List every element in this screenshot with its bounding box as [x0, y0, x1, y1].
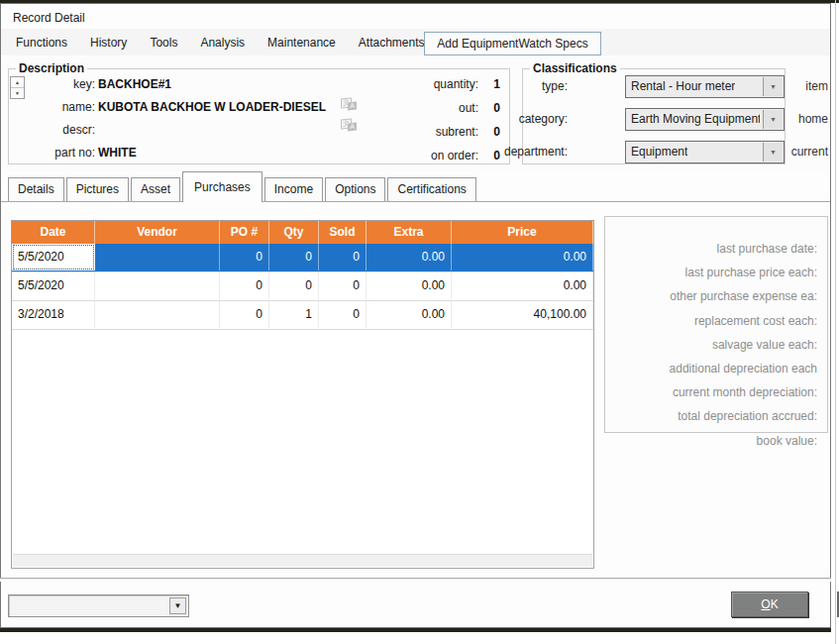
tab-purchases[interactable]: Purchases — [182, 171, 262, 202]
table-cell: 40,100.00 — [452, 301, 593, 328]
column-header-vendor[interactable]: Vendor — [95, 221, 220, 244]
window-title: Record Detail — [13, 11, 85, 25]
summary-label-salvage-value-each: salvage value each: — [605, 333, 827, 357]
dropdown-label: category: — [449, 112, 568, 126]
classifications-legend: Classifications — [530, 61, 620, 75]
tab-income[interactable]: Income — [264, 177, 323, 201]
summary-label-current-month-depreciation: current month depreciation: — [605, 380, 827, 404]
edge-label-item: item — [805, 79, 828, 93]
desktop-background-bottom — [0, 628, 831, 632]
screen: Record Detail FunctionsHistoryToolsAnaly… — [0, 0, 839, 644]
column-header-price[interactable]: Price — [452, 221, 593, 244]
tab-asset[interactable]: Asset — [131, 177, 180, 201]
table-cell: 5/5/2020 — [12, 272, 95, 299]
table-cell — [95, 244, 220, 270]
summary-label-additional-depreciation-each: additional depreciation each — [605, 357, 827, 380]
chevron-down-icon[interactable]: ▼ — [763, 77, 783, 96]
department-dropdown[interactable]: Equipment▼ — [625, 141, 785, 163]
classification-row-type: type:Rental - Hour meter▼ — [0, 75, 786, 98]
dropdown-label: type: — [449, 79, 568, 93]
column-header-date[interactable]: Date — [12, 221, 95, 244]
edge-label-home: home — [798, 112, 828, 126]
add-equipmentwatch-specs-button[interactable]: Add EquipmentWatch Specs — [424, 32, 601, 55]
table-row[interactable]: 5/5/20200000.000.00 — [12, 244, 593, 272]
table-cell: 0 — [319, 244, 367, 270]
table-cell: 0 — [319, 301, 367, 328]
table-body: 5/5/20200000.000.005/5/20200000.000.003/… — [12, 244, 593, 330]
table-cell: 0 — [220, 272, 269, 299]
table-cell — [95, 301, 220, 328]
dropdown-value: Rental - Hour meter — [631, 79, 735, 93]
type-dropdown[interactable]: Rental - Hour meter▼ — [625, 75, 785, 98]
table-row[interactable]: 3/2/20180100.0040,100.00 — [12, 301, 593, 330]
summary-label-other-purchase-expense-ea: other purchase expense ea: — [605, 284, 827, 308]
table-cell: 0.00 — [367, 301, 452, 328]
column-header-qty[interactable]: Qty — [269, 221, 319, 244]
column-header-extra[interactable]: Extra — [367, 221, 452, 244]
table-cell: 0.00 — [367, 272, 452, 299]
combobox-dropdown-icon[interactable]: ▼ — [169, 597, 186, 614]
tab-options[interactable]: Options — [325, 177, 385, 201]
horizontal-scrollbar[interactable] — [13, 554, 592, 567]
summary-label-last-purchase-date: last purchase date: — [605, 237, 827, 261]
menu-item-maintenance[interactable]: Maintenance — [267, 36, 336, 50]
menu-item-analysis[interactable]: Analysis — [200, 36, 245, 50]
dropdown-value: Equipment — [631, 145, 687, 159]
category-dropdown[interactable]: Earth Moving Equipment▼ — [625, 108, 785, 131]
tab-details[interactable]: Details — [8, 177, 64, 201]
column-header-po[interactable]: PO # — [220, 221, 269, 244]
classification-row-category: category:Earth Moving Equipment▼ — [0, 108, 786, 131]
window-edge-line — [835, 0, 836, 644]
purchase-summary-panel: last purchase date:last purchase price e… — [604, 216, 828, 433]
table-cell: 0 — [269, 272, 319, 299]
summary-label-last-purchase-price-each: last purchase price each: — [605, 261, 827, 284]
tab-strip: DetailsPicturesAssetPurchasesIncomeOptio… — [8, 171, 478, 201]
table-row[interactable]: 5/5/20200000.000.00 — [12, 272, 593, 301]
table-header-row: DateVendorPO #QtySoldExtraPrice — [12, 221, 593, 244]
focused-cell: 5/5/2020 — [12, 244, 95, 270]
menu-item-attachments[interactable]: Attachments — [359, 36, 425, 50]
chevron-down-icon[interactable]: ▼ — [763, 143, 783, 161]
footer-combobox[interactable]: ▼ — [8, 594, 189, 617]
dropdown-value: Earth Moving Equipment — [631, 112, 760, 126]
description-legend: Description — [16, 61, 87, 75]
table-cell: 0 — [220, 301, 269, 328]
menu-bar: FunctionsHistoryToolsAnalysisMaintenance… — [1, 29, 830, 55]
table-cell: 0 — [269, 244, 319, 270]
purchases-table: DateVendorPO #QtySoldExtraPrice 5/5/2020… — [11, 220, 594, 569]
tab-certifications[interactable]: Certifications — [387, 177, 475, 201]
table-cell: 0 — [220, 244, 269, 270]
edge-label-current: current — [791, 145, 828, 159]
table-cell: 0 — [319, 272, 367, 299]
ok-button[interactable]: OK — [731, 591, 808, 617]
dropdown-label: department: — [449, 145, 568, 159]
summary-label-book-value: book value: — [605, 429, 827, 453]
summary-label-total-depreciation-accrued: total depreciation accrued: — [605, 404, 827, 428]
table-cell — [95, 272, 220, 299]
table-cell: 0.00 — [452, 272, 593, 299]
table-cell: 0.00 — [452, 244, 593, 270]
table-cell: 3/2/2018 — [12, 301, 95, 328]
ok-button-label: O — [761, 597, 770, 611]
menu-item-history[interactable]: History — [90, 36, 127, 50]
table-cell: 1 — [269, 301, 319, 328]
tab-pictures[interactable]: Pictures — [66, 177, 129, 201]
chevron-down-icon[interactable]: ▼ — [763, 110, 783, 129]
menu-item-functions[interactable]: Functions — [16, 36, 67, 50]
table-cell: 0.00 — [367, 244, 452, 270]
column-header-sold[interactable]: Sold — [319, 221, 367, 244]
classification-row-department: department:Equipment▼ — [0, 141, 786, 163]
summary-label-replacement-cost-each: replacement cost each: — [605, 309, 827, 333]
menu-item-tools[interactable]: Tools — [150, 36, 177, 50]
